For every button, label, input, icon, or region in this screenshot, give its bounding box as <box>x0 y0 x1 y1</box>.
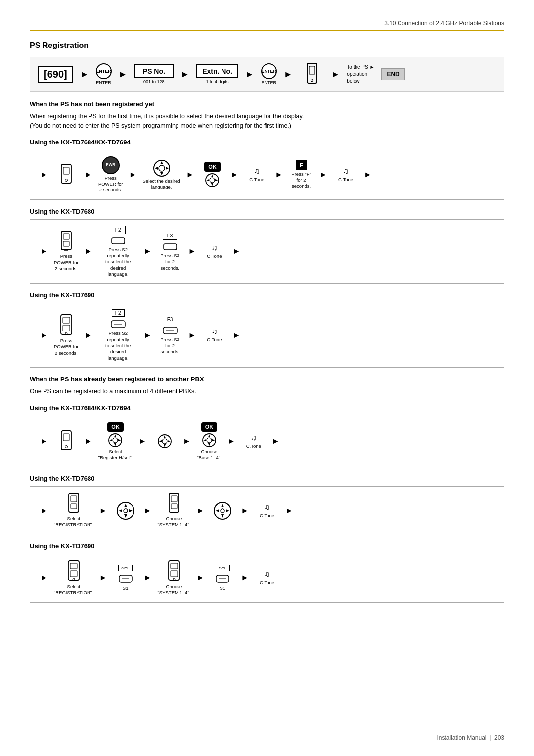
nav-7680-2 <box>210 501 235 520</box>
flow-arrow-7: ► <box>364 170 372 179</box>
ctone-label-2: C.Tone <box>338 177 353 183</box>
svg-marker-8 <box>160 161 163 164</box>
page-footer: Installation Manual | 203 <box>437 734 504 741</box>
svg-rect-19 <box>63 234 69 239</box>
arrow-2: ► <box>119 69 128 80</box>
code-box: [690] <box>38 66 73 83</box>
svg-rect-20 <box>63 241 69 246</box>
power-label: PressPOWER for2 seconds. <box>98 175 123 193</box>
phone-7680-2-svg <box>67 493 80 515</box>
ctone-label-td7684b: C.Tone <box>246 443 261 449</box>
svg-marker-46 <box>168 440 171 442</box>
ctone-item-2: ♫ C.Tone <box>333 167 358 183</box>
phone-7690-2-svg <box>67 560 81 583</box>
svg-marker-16 <box>206 179 209 181</box>
f2-box: F2 <box>111 226 126 234</box>
f2-7690-box: F2 <box>112 309 125 317</box>
f-btn-item: F Press "F"for 2seconds. <box>289 160 313 189</box>
phone-item-1 <box>54 164 79 186</box>
footer-page: 203 <box>494 734 504 741</box>
ctone-7680-2: ♫ C.Tone <box>255 503 279 519</box>
svg-marker-58 <box>124 504 127 507</box>
svg-marker-15 <box>211 183 213 186</box>
fa-1: ► <box>85 247 92 256</box>
section-title: PS Registration <box>30 41 504 50</box>
fb90-3: ► <box>196 573 204 582</box>
svg-marker-50 <box>208 443 210 446</box>
svg-rect-74 <box>70 563 77 569</box>
fbt-5: ► <box>272 437 280 446</box>
svg-rect-79 <box>169 561 179 580</box>
fa7690-4: ► <box>232 331 240 340</box>
s2-item: F2 Press S2 repeatedlyto select the desi… <box>98 226 138 278</box>
scroll-label: Select the desiredlanguage. <box>143 178 180 190</box>
nav-7680-1-svg <box>116 501 135 520</box>
svg-marker-39 <box>109 439 112 441</box>
td7690-section-1: Using the KX-TD7690 ► PressPOWER for2 se… <box>30 291 504 368</box>
already-registered-section: When the PS has already been registered … <box>30 376 504 396</box>
fb80-1: ► <box>99 506 107 515</box>
svg-marker-43 <box>164 435 166 438</box>
note-7690-2: ♫ <box>264 570 270 579</box>
extn-no-group: Extn. No. 1 to 4 digits <box>196 64 238 84</box>
nav-7680-1 <box>113 501 138 520</box>
svg-rect-33 <box>63 434 69 441</box>
ok-btn-3: OK <box>201 422 218 432</box>
already-registered-heading: When the PS has already been registered … <box>30 376 504 383</box>
flow-arrow-6: ► <box>319 170 327 179</box>
nav-7680-2-svg <box>213 501 232 520</box>
svg-marker-37 <box>114 434 116 437</box>
fbt-1: ► <box>85 437 92 446</box>
chapter-title: 3.10 Connection of 2.4 GHz Portable Stat… <box>384 20 504 27</box>
svg-rect-18 <box>61 231 71 250</box>
phone-7680-3-svg <box>168 493 180 515</box>
ctone-7690-2: ♫ C.Tone <box>255 570 279 586</box>
svg-marker-60 <box>119 509 122 512</box>
svg-marker-40 <box>118 439 121 441</box>
fbt-0: ► <box>40 437 48 446</box>
fbt-3: ► <box>183 437 191 446</box>
sel-box-1: SEL <box>118 565 133 571</box>
svg-rect-26 <box>63 325 70 331</box>
scroll-item: Select the desiredlanguage. <box>143 159 180 190</box>
choose-7680-label: Choose"SYSTEM 1–4". <box>157 516 190 528</box>
svg-rect-1 <box>309 66 315 74</box>
phone-7690-3-svg <box>167 560 181 583</box>
phone-td7684b <box>54 430 79 452</box>
page: 3.10 Connection of 2.4 GHz Portable Stat… <box>0 0 534 756</box>
svg-marker-38 <box>114 443 116 446</box>
scroll-ok-svg-1 <box>108 433 123 448</box>
phone-7690-2: Select"REGISTRATION". <box>54 560 93 596</box>
fb80-5: ► <box>285 506 293 515</box>
sel-s1-1: SEL S1 <box>113 565 138 591</box>
s2-label: Press S2 repeatedlyto select the desired… <box>98 247 138 278</box>
td7684-section-1: Using the KX-TD7684/KX-TD7694 ► ► PWR Pr… <box>30 139 504 200</box>
flow-arrow-3: ► <box>186 170 194 179</box>
svg-point-5 <box>65 179 67 182</box>
svg-marker-61 <box>129 509 133 512</box>
svg-marker-17 <box>215 179 218 181</box>
sel-svg-1 <box>118 573 133 584</box>
td7690-section-2: Using the KX-TD7690 ► Select"REGISTRATIO… <box>30 542 504 603</box>
note-1: ♫ <box>254 167 260 176</box>
f3-box: F3 <box>163 232 178 240</box>
td7684-title-1: Using the KX-TD7684/KX-TD7694 <box>30 139 504 146</box>
svg-point-42 <box>162 439 167 444</box>
s2-svg <box>111 236 126 246</box>
f2-7690-svg <box>110 319 126 330</box>
fa7690-3: ► <box>188 331 196 340</box>
td7684-flow-2: ► ► OK <box>30 416 504 468</box>
ctone-7680-1: ♫ C.Tone <box>202 243 226 259</box>
choose-7690-label: Choose"SYSTEM 1–4". <box>157 584 190 596</box>
ctone-label-1: C.Tone <box>249 177 264 183</box>
fa-4: ► <box>232 247 240 256</box>
flow-arrow-0: ► <box>40 170 48 179</box>
td7690-title-2: Using the KX-TD7690 <box>30 542 504 550</box>
svg-point-34 <box>65 446 67 448</box>
svg-point-62 <box>124 509 128 513</box>
svg-rect-4 <box>63 167 69 174</box>
arrow-4: ► <box>245 69 254 80</box>
ctone-label-7680-2: C.Tone <box>260 513 274 519</box>
phone-7690-svg <box>59 314 73 337</box>
fa-3: ► <box>188 247 196 256</box>
